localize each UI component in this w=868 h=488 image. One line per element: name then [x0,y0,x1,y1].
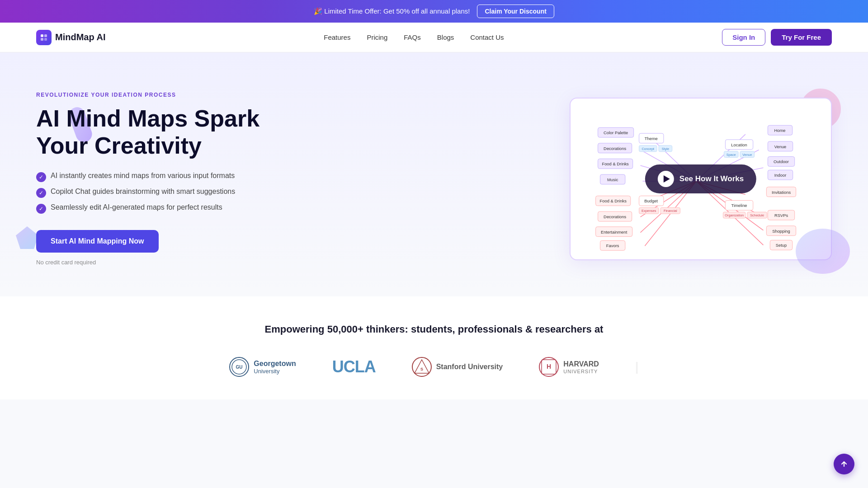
universities-heading: Empowering 50,000+ thinkers: students, p… [36,324,832,335]
svg-text:Music: Music [607,177,618,182]
svg-text:Concept: Concept [642,147,655,151]
university-logos: GU Georgetown University UCLA S Stanford… [36,357,832,377]
svg-text:Location: Location [731,142,747,147]
svg-text:Home: Home [774,128,786,133]
svg-text:Food & Drinks: Food & Drinks [599,198,627,203]
svg-text:S: S [420,367,423,371]
svg-rect-2 [41,38,43,41]
georgetown-logo: GU Georgetown University [229,357,296,377]
stanford-logo: S Stanford University [412,357,503,377]
feature-item-2: ✓ Copilot Chat guides brainstorming with… [36,188,259,198]
svg-text:Color Palette: Color Palette [604,130,628,135]
svg-text:Food & Drinks: Food & Drinks [602,161,629,166]
svg-text:Invitations: Invitations [772,190,791,195]
svg-text:Timeline: Timeline [731,203,747,208]
svg-text:Decorations: Decorations [604,214,626,219]
hero-tag: REVOLUTIONIZE YOUR IDEATION PROCESS [36,92,259,98]
play-triangle-icon [663,175,670,183]
promo-banner: 🎉 Limited Time Offer: Get 50% off all an… [0,0,868,23]
feature-item-1: ✓ AI instantly creates mind maps from va… [36,172,259,182]
svg-text:Budget: Budget [644,198,658,203]
hero-features-list: ✓ AI instantly creates mind maps from va… [36,172,259,214]
svg-marker-4 [16,226,38,249]
svg-text:Expenses: Expenses [642,209,656,213]
stanford-name: Stanford University [436,362,503,371]
svg-text:Schedule: Schedule [750,213,764,217]
svg-rect-3 [44,38,47,41]
nav-contact[interactable]: Contact Us [470,33,504,41]
play-label: See How It Works [679,174,744,183]
no-credit-text: No credit card required [36,259,96,266]
ucla-text: UCLA [332,357,376,376]
deco-blob [796,229,850,274]
harvard-logo: H HARVARD UNIVERSITY [539,357,599,377]
claim-discount-button[interactable]: Claim Your Discount [477,5,554,18]
svg-rect-1 [44,34,47,37]
svg-text:Style: Style [662,147,669,151]
hero-content: REVOLUTIONIZE YOUR IDEATION PROCESS AI M… [36,92,259,267]
logo-text: MindMap AI [55,32,105,42]
nav-faqs[interactable]: FAQs [404,33,421,41]
partial-logo: | [635,360,639,374]
svg-rect-0 [41,34,43,37]
nav-features[interactable]: Features [324,33,350,41]
svg-text:RSVPs: RSVPs [774,213,788,218]
hero-section: REVOLUTIONIZE YOUR IDEATION PROCESS AI M… [0,52,868,296]
nav-actions: Sign In Try For Free [722,29,832,46]
stanford-icon: S [412,357,432,377]
svg-text:Setup: Setup [776,243,787,248]
svg-text:Indoor: Indoor [774,173,787,178]
svg-text:Decorations: Decorations [604,146,626,151]
feature-item-3: ✓ Seamlessly edit AI-generated maps for … [36,203,259,214]
logo[interactable]: MindMap AI [36,30,105,45]
svg-text:H: H [547,363,551,370]
svg-text:Organization: Organization [725,213,744,217]
play-circle-icon [658,171,674,187]
check-icon-1: ✓ [36,172,46,182]
svg-text:Financial: Financial [664,209,677,213]
banner-text: 🎉 Limited Time Offer: Get 50% off all an… [314,7,470,15]
svg-text:GU: GU [236,365,243,370]
hero-title: AI Mind Maps Spark Your Creativity [36,105,259,160]
svg-text:Theme: Theme [645,136,658,141]
start-mapping-button[interactable]: Start AI Mind Mapping Now [36,230,159,253]
navbar: MindMap AI Features Pricing FAQs Blogs C… [0,23,868,52]
play-button[interactable]: See How It Works [645,164,756,193]
check-icon-3: ✓ [36,204,46,214]
logo-icon [36,30,52,45]
check-icon-2: ✓ [36,188,46,198]
georgetown-icon: GU [229,357,249,377]
nav-blogs[interactable]: Blogs [437,33,454,41]
harvard-name: HARVARD UNIVERSITY [563,360,599,374]
try-for-free-button[interactable]: Try For Free [771,29,832,46]
nav-pricing[interactable]: Pricing [367,33,387,41]
svg-text:Entertainment: Entertainment [601,230,627,235]
nav-links: Features Pricing FAQs Blogs Contact Us [324,33,504,42]
universities-section: Empowering 50,000+ thinkers: students, p… [0,296,868,399]
svg-text:Venue: Venue [742,153,752,157]
ucla-logo: UCLA [332,357,376,376]
partial-logo-text: | [635,360,639,374]
hero-visual: Color Palette Decorations Food & Drinks … [259,98,832,260]
svg-text:Venue: Venue [774,144,787,149]
svg-text:Shopping: Shopping [772,229,790,234]
svg-text:Favors: Favors [606,243,619,248]
harvard-icon: H [539,357,559,377]
svg-text:Space: Space [726,153,736,157]
georgetown-name: Georgetown University [254,359,296,375]
svg-text:Outdoor: Outdoor [774,159,789,164]
signin-button[interactable]: Sign In [722,29,765,46]
mindmap-preview: Color Palette Decorations Food & Drinks … [570,98,832,260]
